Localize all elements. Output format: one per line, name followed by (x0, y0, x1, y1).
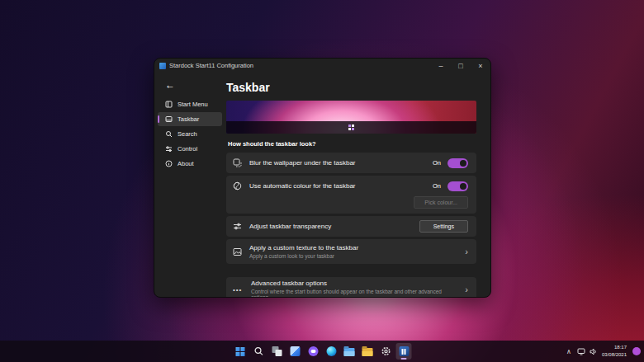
setting-title: Adjust taskbar transparency (249, 223, 331, 230)
texture-icon (233, 247, 242, 256)
selection-pill (158, 101, 159, 108)
setting-title: Apply a custom texture to the taskbar (249, 244, 358, 252)
setting-subtitle: Apply a custom look to your taskbar (249, 253, 358, 259)
selection-pill (158, 130, 159, 138)
chevron-right-icon: › (465, 247, 468, 256)
display-tray-icon[interactable] (577, 348, 585, 355)
tray-time: 18:17 (602, 344, 627, 351)
colour-icon (233, 181, 242, 190)
toggle-state-label: On (433, 182, 441, 190)
maximize-button[interactable]: □ (451, 59, 471, 73)
page-title: Taskbar (226, 81, 476, 94)
section-label: How should the taskbar look? (228, 140, 476, 148)
start11-window: Stardock Start11 Configuration – □ × ← S… (154, 58, 491, 298)
sidebar: ← Start Menu Taskbar Search Control (154, 73, 225, 297)
edge-icon (326, 346, 336, 356)
sidebar-item-taskbar[interactable]: Taskbar (158, 112, 222, 126)
chat-icon (308, 346, 318, 356)
search-icon (165, 130, 173, 138)
close-button[interactable]: × (471, 59, 490, 73)
clock[interactable]: 18:17 03/08/2021 (602, 344, 627, 359)
folder-button[interactable] (360, 343, 376, 360)
minimize-button[interactable]: – (431, 59, 451, 73)
sidebar-item-control[interactable]: Control (158, 142, 222, 156)
pick-colour-button[interactable]: Pick colour... (414, 196, 468, 209)
sidebar-item-label: Taskbar (178, 115, 199, 123)
start-button[interactable] (233, 343, 249, 360)
sidebar-item-search[interactable]: Search (158, 127, 222, 141)
widgets-button[interactable] (287, 343, 303, 360)
transparency-icon (233, 222, 242, 231)
start-menu-icon (165, 101, 173, 108)
ellipsis-icon: ••• (233, 286, 244, 294)
toggle-state-label: On (433, 159, 441, 167)
preview-taskbar-strip (226, 121, 476, 134)
settings-taskbar-button[interactable] (378, 343, 394, 360)
control-icon (165, 145, 173, 153)
start11-icon (399, 346, 409, 356)
settings-button[interactable]: Settings (419, 220, 468, 233)
preview-start-icon (348, 125, 354, 130)
file-explorer-icon (344, 348, 355, 356)
tray-chevron-up-icon[interactable]: ∧ (565, 348, 573, 355)
toggle-thumb (460, 160, 466, 167)
task-view-icon (272, 346, 282, 356)
sidebar-item-label: Search (178, 130, 197, 138)
selection-pill (158, 160, 159, 167)
setting-row-advanced[interactable]: ••• Advanced taskbar options Control whe… (226, 277, 476, 298)
taskbar-preview-image (226, 101, 476, 134)
toggle-thumb (460, 183, 466, 190)
edge-button[interactable] (324, 343, 339, 360)
setting-title: Advanced taskbar options (251, 280, 460, 287)
setting-subtitle: Control where the start button should ap… (251, 289, 460, 299)
titlebar[interactable]: Stardock Start11 Configuration – □ × (154, 59, 490, 73)
sidebar-item-start-menu[interactable]: Start Menu (158, 97, 222, 111)
back-button[interactable]: ← (161, 78, 179, 92)
auto-colour-toggle[interactable] (447, 181, 468, 191)
window-title: Stardock Start11 Configuration (169, 62, 431, 69)
sidebar-item-label: Start Menu (178, 101, 208, 108)
volume-icon[interactable] (590, 348, 598, 355)
setting-row-auto-colour: Use automatic colour for the taskbar On … (226, 176, 476, 214)
app-icon (159, 63, 166, 69)
selection-pill (158, 145, 159, 153)
chat-button[interactable] (305, 343, 321, 360)
sidebar-item-label: Control (178, 145, 197, 153)
folder-icon (362, 348, 373, 356)
setting-title: Blur the wallpaper under the taskbar (249, 159, 356, 167)
setting-title: Use automatic colour for the taskbar (249, 182, 356, 190)
main-pane: Taskbar How should the taskbar look? Blu… (225, 73, 490, 297)
task-view-button[interactable] (269, 343, 285, 360)
taskbar-icon (165, 115, 173, 123)
setting-row-blur: Blur the wallpaper under the taskbar On (226, 153, 476, 173)
taskbar-search-button[interactable] (251, 343, 267, 360)
notification-badge[interactable] (632, 347, 641, 355)
widgets-icon (290, 346, 300, 356)
chevron-right-icon: › (465, 285, 468, 294)
sidebar-item-label: About (178, 160, 194, 167)
about-icon (165, 160, 173, 167)
blur-icon (233, 158, 242, 167)
os-taskbar: ∧ 18:17 03/08/2021 (0, 341, 644, 362)
windows-logo-icon (236, 347, 245, 356)
setting-row-custom-texture[interactable]: Apply a custom texture to the taskbar Ap… (226, 239, 476, 264)
blur-toggle[interactable] (447, 158, 468, 168)
file-explorer-button[interactable] (342, 343, 358, 360)
tray-date: 03/08/2021 (602, 351, 627, 359)
search-icon (253, 346, 263, 356)
sidebar-item-about[interactable]: About (158, 157, 222, 171)
setting-row-transparency: Adjust taskbar transparency Settings (226, 216, 476, 237)
gear-icon (381, 346, 391, 356)
selection-pill (158, 115, 159, 123)
start11-app-button[interactable] (396, 343, 412, 360)
